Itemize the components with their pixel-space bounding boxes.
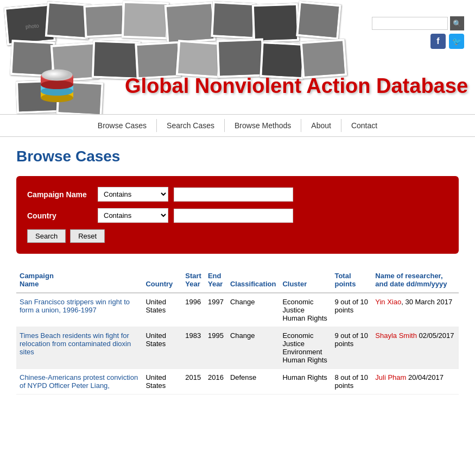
table-row: San Francisco strippers win right to for… [16,293,459,327]
header-search-input[interactable] [372,17,448,30]
svg-text:photo: photo [25,23,39,30]
svg-rect-4 [124,3,169,40]
campaign-name-operator[interactable]: Contains Starts with Equals [98,187,168,202]
th-end-year: EndYear [205,267,227,293]
start-year-cell: 1983 [182,327,205,369]
nav-search-cases[interactable]: Search Cases [157,119,225,132]
campaign-name-input[interactable] [174,187,293,202]
facebook-icon[interactable]: f [430,34,446,49]
header-search-bar[interactable]: 🔍 [372,16,464,30]
table-header-row: CampaignName Country StartYear EndYear C… [16,267,459,293]
total-points-cell: 8 out of 10 points [331,369,372,394]
campaign-link[interactable]: Chinese-Americans protest conviction of … [20,373,138,390]
svg-rect-7 [254,5,299,42]
campaign-link[interactable]: Times Beach residents win fight for relo… [20,331,131,356]
start-year-cell: 1996 [182,293,205,327]
campaign-name-row: Campaign Name Contains Starts with Equal… [27,187,448,202]
search-form: Campaign Name Contains Starts with Equal… [16,176,459,254]
researcher-link[interactable]: Juli Pham [375,373,406,381]
table-row: Chinese-Americans protest conviction of … [16,369,459,394]
nav-contact[interactable]: Contact [341,119,387,132]
country-input[interactable] [174,209,293,223]
svg-rect-14 [219,40,264,78]
th-cluster: Cluster [279,267,331,293]
th-start-year: StartYear [182,267,205,293]
svg-rect-8 [298,3,341,40]
svg-point-31 [42,70,72,80]
researcher-cell: Shayla Smith 02/05/2017 [372,327,459,369]
country-label: Country [27,211,92,220]
total-points-cell: 9 out of 10 points [331,293,372,327]
page-title: Browse Cases [16,148,459,165]
header-top-right: 🔍 f 🐦 [372,16,464,49]
cluster-cell: Human Rights [279,369,331,394]
country-cell: United States [142,327,182,369]
th-total-points: Totalpoints [331,267,372,293]
svg-rect-13 [178,42,222,78]
campaign-name-cell: Chinese-Americans protest conviction of … [16,369,142,394]
main-content: Browse Cases Campaign Name Contains Star… [0,137,475,405]
nav-about[interactable]: About [301,119,341,132]
th-classification: Classification [227,267,280,293]
country-operator[interactable]: Contains Starts with Equals [98,208,168,223]
campaign-name-label: Campaign Name [27,190,92,199]
th-researcher: Name of researcher, and date dd/mm/yyyy [372,267,459,293]
cluster-cell: Economic JusticeEnvironmentHuman Rights [279,327,331,369]
table-row: Times Beach residents win fight for relo… [16,327,459,369]
end-year-cell: 1997 [205,293,227,327]
start-year-cell: 2015 [182,369,205,394]
country-cell: United States [142,293,182,327]
campaign-link[interactable]: San Francisco strippers win right to for… [20,298,130,314]
classification-cell: Change [227,327,280,369]
cluster-cell: Economic JusticeHuman Rights [279,293,331,327]
classification-cell: Change [227,293,280,327]
end-year-cell: 2016 [205,369,227,394]
header: photo [0,0,475,114]
nav-browse-methods[interactable]: Browse Methods [225,119,301,132]
nav-browse-cases[interactable]: Browse Cases [88,119,157,132]
svg-rect-6 [213,3,256,39]
social-icons: f 🐦 [430,34,464,49]
svg-rect-3 [86,5,126,38]
svg-point-30 [41,80,73,89]
search-button[interactable]: Search [27,229,66,243]
th-campaign-name: CampaignName [16,267,142,293]
campaign-name-cell: Times Beach residents win fight for relo… [16,327,142,369]
end-year-cell: 1995 [205,327,227,369]
site-title: Global Nonviolent Action Database [125,74,468,98]
researcher-cell: Juli Pham 20/04/2017 [372,369,459,394]
twitter-icon[interactable]: 🐦 [449,34,464,49]
total-points-cell: 9 out of 10 points [331,327,372,369]
main-nav: Browse Cases Search Cases Browse Methods… [0,114,475,137]
researcher-link[interactable]: Shayla Smith [375,331,417,340]
results-table: CampaignName Country StartYear EndYear C… [16,267,459,394]
form-buttons: Search Reset [27,229,448,243]
country-cell: United States [142,369,182,394]
country-row: Country Contains Starts with Equals [27,208,448,223]
svg-rect-16 [302,41,347,79]
reset-button[interactable]: Reset [70,229,105,243]
th-country: Country [142,267,182,293]
campaign-name-cell: San Francisco strippers win right to for… [16,293,142,327]
researcher-link[interactable]: Yin Xiao [375,298,401,306]
database-icon [30,60,84,114]
header-search-button[interactable]: 🔍 [450,16,464,30]
researcher-cell: Yin Xiao, 30 March 2017 [372,293,459,327]
svg-rect-5 [167,4,216,44]
classification-cell: Defense [227,369,280,394]
